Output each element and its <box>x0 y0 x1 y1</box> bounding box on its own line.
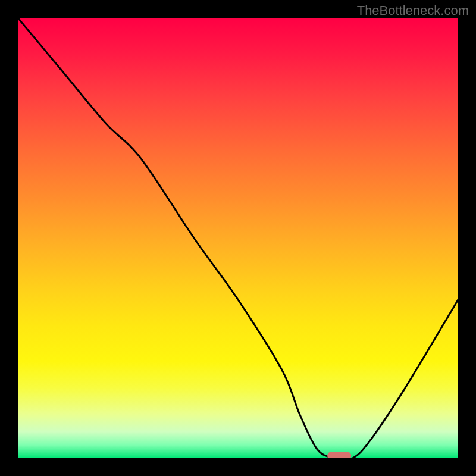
watermark-text: TheBottleneck.com <box>357 3 469 18</box>
plot-area <box>18 18 458 458</box>
bottleneck-curve <box>18 18 458 458</box>
chart-svg <box>18 18 458 458</box>
optimal-marker <box>327 452 351 458</box>
